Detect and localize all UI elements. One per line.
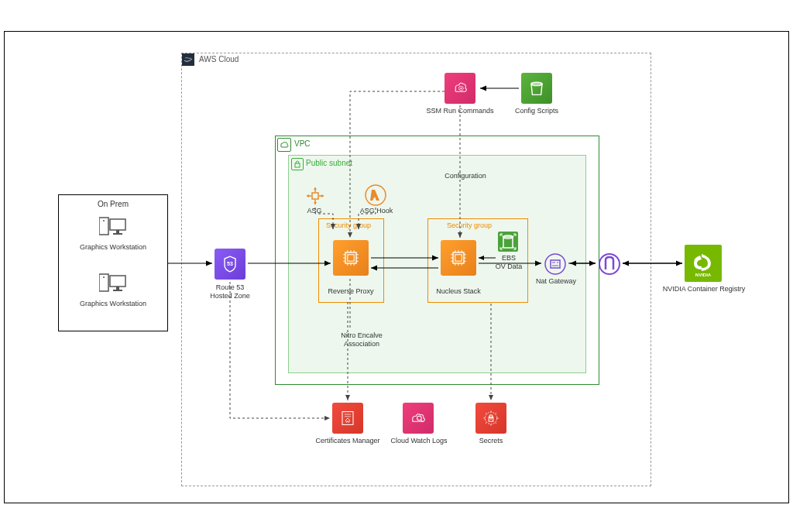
asg-hook-label: ASG Hook <box>355 207 398 215</box>
vpc-label: VPC <box>294 139 311 148</box>
svg-point-30 <box>489 415 493 418</box>
svg-rect-25 <box>551 260 560 268</box>
svg-point-12 <box>460 88 462 89</box>
nucleus-stack-label: Nucleus Stack <box>427 287 489 296</box>
svg-rect-4 <box>113 233 122 235</box>
nat-label: Nat Gateway <box>533 277 579 286</box>
onprem-title: On Prem <box>59 200 167 209</box>
nvidia-label: NVIDIA Container Registry <box>654 285 754 293</box>
internet-gateway-icon <box>598 252 621 279</box>
svg-point-32 <box>490 419 491 420</box>
workstation-2-icon <box>99 271 127 296</box>
subnet-label: Public subnet <box>306 159 352 167</box>
secrets-icon <box>475 403 506 434</box>
workstation-1-icon <box>99 215 127 239</box>
nitro-label: Nitro Encalve Association <box>327 331 396 348</box>
config-scripts-label: Config Scripts <box>502 107 572 115</box>
svg-point-1 <box>103 220 105 221</box>
ebs-icon <box>497 231 519 256</box>
svg-point-6 <box>103 276 105 278</box>
aws-cloud-label: AWS Cloud <box>199 55 239 63</box>
cloudwatch-icon <box>403 403 434 434</box>
cert-mgr-label: Certificates Manager <box>311 437 384 445</box>
asg-label: ASG <box>300 207 328 215</box>
svg-rect-7 <box>110 276 125 287</box>
sg1-label: Security group <box>326 221 371 229</box>
svg-text:53: 53 <box>227 261 233 266</box>
cert-manager-icon <box>332 403 363 434</box>
svg-rect-9 <box>113 290 122 291</box>
route53-label: Route 53 Hosted Zone <box>199 283 261 300</box>
asg-icon <box>305 186 325 209</box>
sg2-label: Security group <box>447 221 492 229</box>
ssm-label: SSM Run Commands <box>421 107 499 115</box>
config-scripts-icon <box>521 73 552 104</box>
svg-rect-15 <box>312 193 318 199</box>
route53-icon: 53 <box>215 249 245 280</box>
svg-rect-17 <box>345 252 356 263</box>
secrets-label: Secrets <box>465 437 517 445</box>
ws2-label: Graphics Workstation <box>59 300 167 308</box>
ssm-icon <box>445 73 475 104</box>
reverse-proxy-label: Reverse Proxy <box>320 287 382 296</box>
svg-text:NVIDIA: NVIDIA <box>695 273 712 277</box>
svg-point-24 <box>545 254 565 274</box>
nvidia-icon: NVIDIA <box>685 245 722 282</box>
configuration-label: Configuration <box>438 172 493 180</box>
ws1-label: Graphics Workstation <box>59 243 167 252</box>
svg-rect-8 <box>116 287 119 290</box>
reverse-proxy-icon <box>333 240 369 276</box>
asg-hook-icon <box>364 184 387 210</box>
nat-gateway-icon <box>544 252 567 279</box>
svg-rect-18 <box>348 255 354 261</box>
svg-point-28 <box>417 416 422 420</box>
onprem-box: On Prem Graphics Workstation Graphics Wo… <box>58 194 168 331</box>
svg-rect-20 <box>455 255 462 261</box>
cw-label: Cloud Watch Logs <box>384 437 454 445</box>
nucleus-stack-icon <box>441 240 476 276</box>
ebs-label: EBS OV Data <box>489 254 528 271</box>
svg-rect-3 <box>116 230 119 233</box>
svg-rect-19 <box>453 252 464 263</box>
svg-rect-2 <box>110 219 125 230</box>
svg-rect-14 <box>295 163 300 167</box>
